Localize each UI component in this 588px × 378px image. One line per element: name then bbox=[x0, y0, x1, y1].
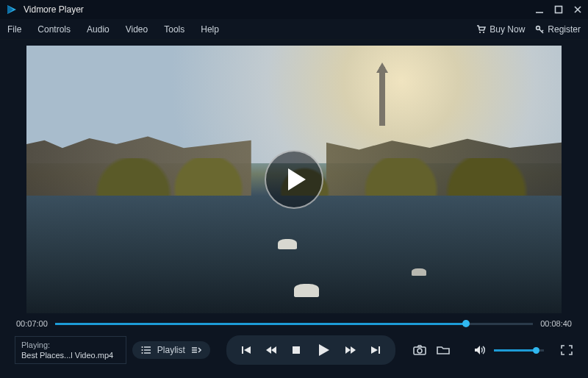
menu-help[interactable]: Help bbox=[201, 24, 219, 35]
playlist-label: Playlist bbox=[157, 345, 185, 355]
stop-button[interactable] bbox=[287, 340, 306, 360]
svg-marker-24 bbox=[271, 346, 276, 354]
svg-point-7 bbox=[483, 32, 484, 33]
seek-row: 00:07:00 00:08:40 bbox=[0, 313, 588, 331]
menu-video[interactable]: Video bbox=[126, 24, 148, 35]
svg-marker-27 bbox=[345, 346, 351, 354]
snapshot-button[interactable] bbox=[412, 342, 428, 358]
close-icon[interactable] bbox=[573, 5, 582, 14]
next-button[interactable] bbox=[366, 340, 385, 360]
play-button[interactable] bbox=[312, 338, 335, 362]
scene-boat bbox=[278, 239, 297, 249]
minimize-icon[interactable] bbox=[535, 5, 544, 14]
svg-marker-11 bbox=[288, 168, 306, 190]
svg-marker-22 bbox=[244, 346, 251, 354]
now-playing-label: Playing: bbox=[21, 340, 120, 350]
svg-point-17 bbox=[141, 352, 143, 354]
svg-rect-21 bbox=[242, 346, 243, 354]
svg-marker-33 bbox=[475, 346, 480, 354]
seek-fill bbox=[55, 323, 466, 325]
svg-line-10 bbox=[542, 30, 543, 32]
volume-fill bbox=[494, 349, 537, 352]
volume-button[interactable] bbox=[472, 342, 488, 358]
menu-bar: File Controls Audio Video Tools Help Buy… bbox=[0, 19, 588, 40]
control-bar: Playing: Best Places...l Video.mp4 Playl… bbox=[0, 331, 588, 372]
scene-boat bbox=[412, 268, 426, 276]
transport-controls bbox=[226, 335, 395, 365]
volume-thumb[interactable] bbox=[533, 347, 539, 354]
scene-tower bbox=[379, 67, 385, 126]
seek-slider[interactable] bbox=[55, 323, 533, 325]
menu-audio[interactable]: Audio bbox=[87, 24, 110, 35]
list-icon bbox=[141, 346, 151, 354]
play-icon bbox=[284, 167, 309, 192]
svg-point-32 bbox=[417, 349, 422, 353]
svg-marker-29 bbox=[371, 346, 378, 354]
svg-rect-30 bbox=[379, 346, 380, 354]
title-bar: Vidmore Player bbox=[0, 0, 588, 19]
scene-boat bbox=[294, 284, 319, 297]
app-logo-icon bbox=[6, 4, 18, 15]
volume-group bbox=[472, 342, 544, 358]
svg-point-6 bbox=[479, 32, 481, 33]
seek-thumb[interactable] bbox=[462, 320, 470, 327]
app-title: Vidmore Player bbox=[24, 4, 84, 15]
folder-icon bbox=[437, 345, 450, 355]
buy-now-button[interactable]: Buy Now bbox=[476, 24, 525, 35]
maximize-icon[interactable] bbox=[554, 5, 563, 14]
now-playing-filename: Best Places...l Video.mp4 bbox=[21, 350, 120, 360]
play-overlay-button[interactable] bbox=[265, 150, 323, 209]
cart-icon bbox=[476, 24, 486, 34]
open-folder-button[interactable] bbox=[435, 342, 451, 358]
register-label: Register bbox=[548, 24, 581, 35]
svg-rect-25 bbox=[293, 346, 300, 354]
register-button[interactable]: Register bbox=[535, 24, 581, 35]
key-icon bbox=[535, 25, 544, 34]
svg-point-16 bbox=[141, 349, 143, 351]
fullscreen-button[interactable] bbox=[560, 342, 573, 358]
svg-rect-3 bbox=[556, 7, 562, 13]
volume-slider[interactable] bbox=[494, 349, 544, 352]
svg-marker-1 bbox=[7, 5, 13, 14]
playlist-button[interactable]: Playlist bbox=[132, 341, 210, 359]
camera-icon bbox=[413, 345, 426, 355]
fullscreen-icon bbox=[561, 345, 573, 355]
total-time: 00:08:40 bbox=[540, 319, 572, 328]
forward-button[interactable] bbox=[341, 340, 360, 360]
rewind-button[interactable] bbox=[262, 340, 281, 360]
svg-marker-26 bbox=[319, 344, 329, 356]
svg-marker-23 bbox=[266, 346, 271, 354]
elapsed-time: 00:07:00 bbox=[16, 319, 48, 328]
menu-tools[interactable]: Tools bbox=[164, 24, 184, 35]
video-viewport[interactable] bbox=[26, 46, 562, 313]
prev-button[interactable] bbox=[237, 340, 256, 360]
menu-file[interactable]: File bbox=[7, 24, 21, 35]
svg-marker-28 bbox=[351, 346, 356, 354]
speaker-icon bbox=[474, 345, 486, 355]
playlist-toggle-icon bbox=[191, 346, 201, 354]
menu-controls[interactable]: Controls bbox=[37, 24, 71, 35]
capture-group bbox=[412, 342, 451, 358]
svg-point-15 bbox=[141, 346, 143, 348]
buy-now-label: Buy Now bbox=[490, 24, 525, 35]
now-playing-panel: Playing: Best Places...l Video.mp4 bbox=[15, 336, 126, 365]
